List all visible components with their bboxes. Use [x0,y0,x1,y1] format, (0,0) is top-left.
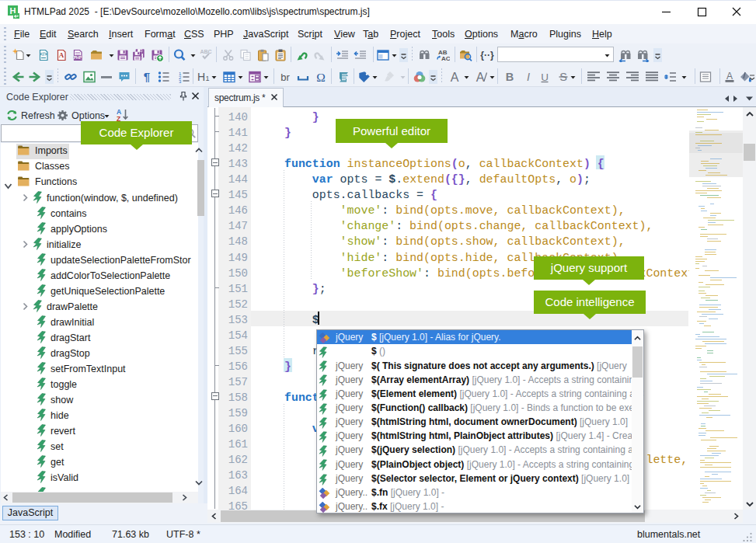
svg-text:ABC: ABC [200,49,211,54]
svg-text:B: B [506,71,514,83]
svg-text:A: A [726,71,733,82]
svg-text:Ω: Ω [316,71,326,84]
svg-text:I: I [527,71,530,83]
svg-text:</>: </> [40,51,47,57]
svg-text:1: 1 [206,75,210,82]
svg-text:¶: ¶ [144,70,150,83]
svg-text:H: H [197,71,205,83]
svg-text:U: U [541,71,549,83]
svg-text:br: br [280,71,290,83]
svg-text:A: A [476,71,485,84]
svg-text:{··}: {··} [480,50,494,61]
svg-text:A: A [59,51,64,59]
svg-text:AC: AC [441,55,450,62]
svg-text:A: A [451,71,459,84]
svg-text:3: 3 [179,79,182,84]
svg-text:PHP: PHP [74,55,82,60]
